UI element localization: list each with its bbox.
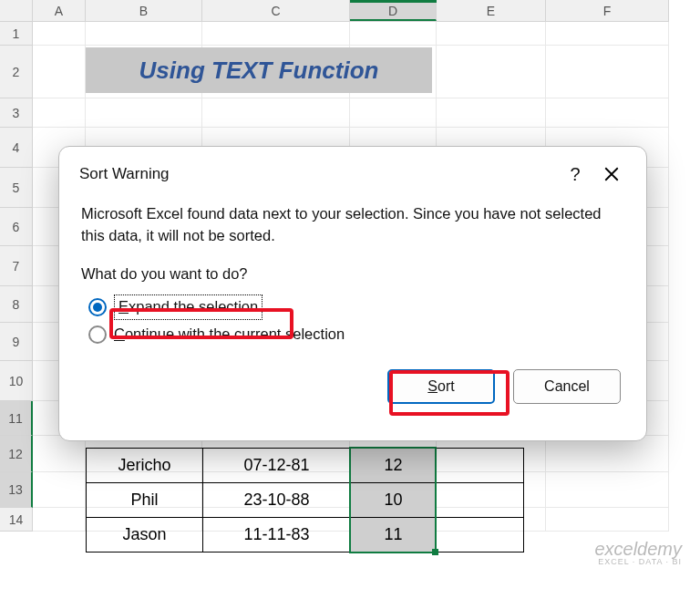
radio-label: Expand the selection xyxy=(114,294,262,320)
cell[interactable] xyxy=(33,508,86,532)
row-header[interactable]: 7 xyxy=(0,246,33,286)
cell[interactable] xyxy=(202,98,350,128)
active-column-indicator xyxy=(350,0,437,3)
row-header[interactable]: 6 xyxy=(0,208,33,246)
cancel-button[interactable]: Cancel xyxy=(513,369,621,404)
dialog-prompt: What do you want to do? xyxy=(81,263,624,285)
watermark-sub: EXCEL · DATA · BI xyxy=(594,558,682,566)
sort-warning-dialog: Sort Warning ? Microsoft Excel found dat… xyxy=(58,146,647,441)
radio-expand-selection[interactable]: Expand the selection xyxy=(88,294,624,320)
row-header[interactable]: 14 xyxy=(0,508,33,532)
radio-label: Continue with the current selection xyxy=(114,324,345,346)
row-header[interactable]: 12 xyxy=(0,436,33,472)
dialog-message: Microsoft Excel found data next to your … xyxy=(81,203,624,247)
cell[interactable] xyxy=(546,22,669,46)
radio-icon xyxy=(88,298,107,316)
cell[interactable] xyxy=(86,98,202,128)
dialog-titlebar: Sort Warning ? xyxy=(59,147,646,192)
cell[interactable] xyxy=(33,98,86,128)
column-header[interactable]: E xyxy=(437,0,546,21)
cell-month[interactable]: 10 xyxy=(351,483,437,518)
cell[interactable] xyxy=(33,472,86,508)
cell-date[interactable]: 23-10-88 xyxy=(203,483,351,518)
column-header[interactable]: F xyxy=(546,0,669,21)
radio-continue-current[interactable]: Continue with the current selection xyxy=(88,324,624,346)
row-header[interactable]: 3 xyxy=(0,98,33,128)
radio-icon xyxy=(88,325,107,344)
cell-month[interactable]: 12 xyxy=(351,449,437,483)
close-icon xyxy=(603,166,620,182)
table-row: Jason 11-11-83 11 xyxy=(87,518,524,553)
row-header[interactable]: 1 xyxy=(0,22,33,46)
row-header[interactable]: 10 xyxy=(0,361,33,401)
row-header[interactable]: 4 xyxy=(0,128,33,168)
close-button[interactable] xyxy=(593,160,630,189)
cell[interactable] xyxy=(437,46,546,98)
cell[interactable] xyxy=(546,508,669,532)
table-row: Phil 23-10-88 10 xyxy=(87,483,524,518)
cell-date[interactable]: 11-11-83 xyxy=(203,518,351,553)
dialog-title: Sort Warning xyxy=(79,165,557,183)
title-banner: Using TEXT Function xyxy=(86,47,432,93)
cell-date[interactable]: 07-12-81 xyxy=(203,449,351,483)
cell[interactable] xyxy=(350,22,437,46)
row-header[interactable]: 9 xyxy=(0,323,33,361)
cell[interactable] xyxy=(546,98,669,128)
column-header[interactable]: C xyxy=(202,0,350,21)
help-button[interactable]: ? xyxy=(557,160,593,189)
cell[interactable] xyxy=(546,46,669,98)
cell[interactable] xyxy=(546,472,669,508)
table-row: Jericho 07-12-81 12 xyxy=(87,449,524,483)
column-header[interactable]: A xyxy=(33,0,86,21)
sort-button[interactable]: Sort xyxy=(387,369,495,404)
cell[interactable] xyxy=(350,98,437,128)
cell[interactable] xyxy=(33,46,86,98)
column-header[interactable]: B xyxy=(86,0,202,21)
cell-name[interactable]: Jason xyxy=(87,518,203,553)
row-header[interactable]: 11 xyxy=(0,401,33,436)
cell-empty[interactable] xyxy=(437,518,524,553)
cell-name[interactable]: Phil xyxy=(87,483,203,518)
watermark-brand: exceldemy xyxy=(594,540,682,558)
row-headers: 1234567891011121314 xyxy=(0,22,33,532)
row-header[interactable]: 5 xyxy=(0,168,33,208)
cell-empty[interactable] xyxy=(437,483,524,518)
cell-empty[interactable] xyxy=(437,449,524,483)
column-header[interactable]: D xyxy=(350,0,437,21)
row-header[interactable]: 13 xyxy=(0,472,33,508)
cell[interactable] xyxy=(437,22,546,46)
row-header[interactable]: 2 xyxy=(0,46,33,98)
data-table: Jericho 07-12-81 12 Phil 23-10-88 10 Jas… xyxy=(86,448,524,553)
cell-month[interactable]: 11 xyxy=(351,518,437,553)
cell[interactable] xyxy=(546,436,669,472)
select-all-corner[interactable] xyxy=(0,0,33,21)
dialog-button-row: Sort Cancel xyxy=(59,356,646,420)
row-header[interactable]: 8 xyxy=(0,286,33,323)
cell-name[interactable]: Jericho xyxy=(87,449,203,483)
cell[interactable] xyxy=(33,436,86,472)
cell[interactable] xyxy=(437,98,546,128)
cell[interactable] xyxy=(202,22,350,46)
column-headers: ABCDEF xyxy=(0,0,669,22)
watermark: exceldemy EXCEL · DATA · BI xyxy=(594,540,682,566)
cell[interactable] xyxy=(86,22,202,46)
cell[interactable] xyxy=(33,22,86,46)
